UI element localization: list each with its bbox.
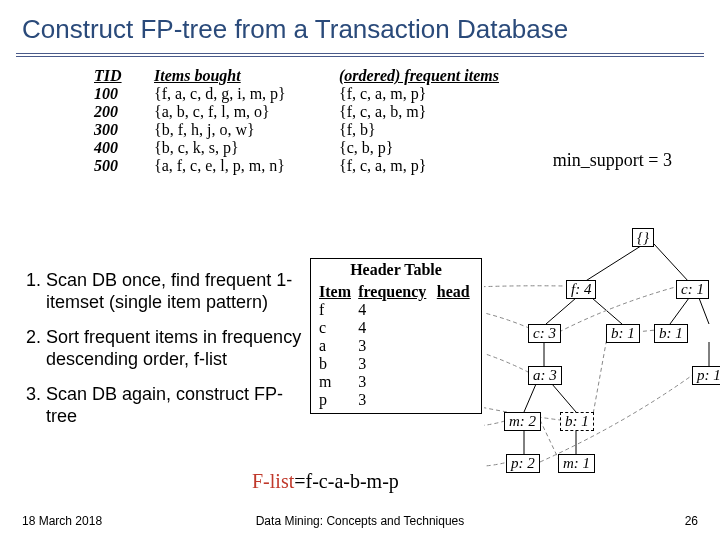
node-c3: c: 3 xyxy=(528,324,561,343)
svg-line-5 xyxy=(699,298,709,324)
node-m2: m: 2 xyxy=(504,412,541,431)
node-m1: m: 1 xyxy=(558,454,595,473)
slide-title: Construct FP-tree from a Transaction Dat… xyxy=(0,0,720,53)
steps-list: Scan DB once, find frequent 1-itemset (s… xyxy=(22,270,312,442)
node-b1a: b: 1 xyxy=(606,324,640,343)
footer-page: 26 xyxy=(685,514,698,528)
svg-line-0 xyxy=(584,244,644,282)
node-f4: f: 4 xyxy=(566,280,596,299)
node-b1b: b: 1 xyxy=(654,324,688,343)
fp-tree: {} f: 4 c: 1 c: 3 b: 1 b: 1 a: 3 p: 1 m:… xyxy=(484,224,716,484)
node-b1c: b: 1 xyxy=(560,412,594,431)
min-support-text: min_support = 3 xyxy=(553,150,672,171)
node-c1: c: 1 xyxy=(676,280,709,299)
node-p2: p: 2 xyxy=(506,454,540,473)
tree-edges xyxy=(484,224,716,484)
header-table: Header Table Item frequency head f4 c4 a… xyxy=(310,258,482,414)
svg-line-2 xyxy=(546,298,576,324)
svg-line-8 xyxy=(552,384,576,412)
svg-line-7 xyxy=(524,384,536,412)
hdr-freq: (ordered) frequent items xyxy=(335,67,503,85)
hdr-tid: TID xyxy=(90,67,150,85)
step-3: Scan DB again, construct FP-tree xyxy=(46,384,312,427)
header-table-title: Header Table xyxy=(317,261,475,279)
step-2: Sort frequent items in frequency descend… xyxy=(46,327,312,370)
step-1: Scan DB once, find frequent 1-itemset (s… xyxy=(46,270,312,313)
footer-center: Data Mining: Concepts and Techniques xyxy=(0,514,720,528)
svg-line-4 xyxy=(670,298,689,324)
svg-line-1 xyxy=(654,244,689,282)
hdr-items: Items bought xyxy=(150,67,335,85)
node-a3: a: 3 xyxy=(528,366,562,385)
node-p1: p: 1 xyxy=(692,366,720,385)
f-list-text: F-list=f-c-a-b-m-p xyxy=(252,470,399,493)
title-divider xyxy=(16,53,704,57)
svg-line-3 xyxy=(592,298,622,324)
node-root: {} xyxy=(632,228,654,247)
